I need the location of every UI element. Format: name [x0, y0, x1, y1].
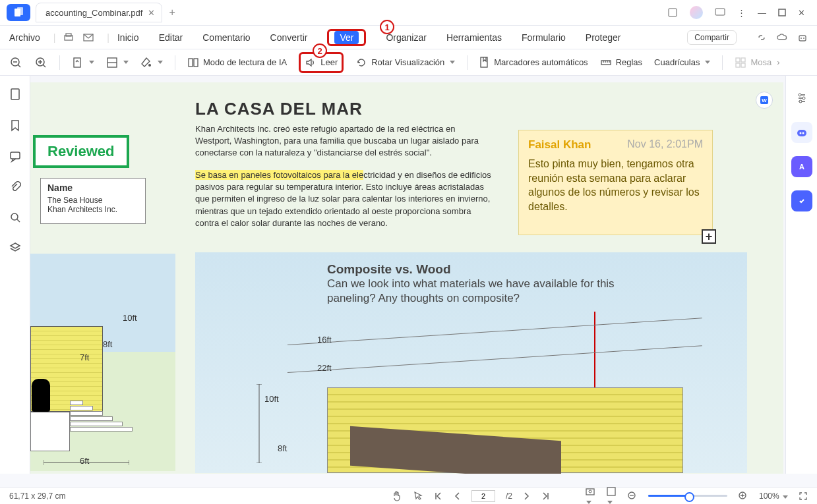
rulers-button[interactable]: Reglas: [600, 57, 642, 69]
svg-text:A: A: [799, 163, 804, 171]
svg-point-26: [11, 213, 18, 220]
task-icon[interactable]: [791, 190, 812, 211]
toolbar-overflow-icon[interactable]: ›: [777, 57, 779, 67]
zoom-level[interactable]: 100%: [759, 491, 788, 501]
user-avatar[interactable]: [690, 6, 703, 19]
word-export-badge[interactable]: W: [756, 92, 773, 109]
window-close[interactable]: ✕: [798, 8, 805, 18]
link-icon[interactable]: [756, 32, 767, 43]
read-aloud-button[interactable]: Leer: [305, 57, 338, 69]
background-button[interactable]: [140, 57, 163, 69]
menu-organizar[interactable]: Organizar: [386, 32, 426, 43]
menu-inicio[interactable]: Inicio: [117, 32, 139, 43]
svg-rect-17: [194, 59, 198, 67]
print-icon[interactable]: [63, 32, 74, 43]
new-tab-button[interactable]: +: [169, 7, 175, 18]
share-button[interactable]: Compartir: [687, 30, 737, 45]
svg-rect-20: [736, 58, 740, 62]
svg-rect-8: [799, 36, 806, 41]
callout-1: 1: [380, 20, 394, 34]
tab-title: accounting_Combinar.pdf: [45, 8, 142, 18]
prev-page-icon[interactable]: [453, 491, 461, 501]
sticky-note[interactable]: Faisal Khan Nov 16, 2:01PM Esto pinta mu…: [518, 130, 713, 235]
menu-herramientas[interactable]: Herramientas: [446, 32, 502, 43]
menu-comentario[interactable]: Comentario: [202, 32, 250, 43]
more-icon[interactable]: ⋮: [737, 8, 746, 18]
chat-icon[interactable]: [715, 7, 725, 18]
svg-rect-21: [741, 58, 745, 62]
next-page-icon[interactable]: [523, 491, 531, 501]
paragraph-2: Se basa en paneles fotovoltaicos para la…: [195, 169, 492, 229]
document-area[interactable]: ? ‹ › W Reviewed Name The Sea House Khan…: [30, 76, 785, 474]
page-view-button[interactable]: [106, 57, 129, 69]
dim-big-8ft: 8ft: [278, 443, 287, 453]
svg-point-30: [802, 97, 805, 99]
menu-ver[interactable]: Ver: [334, 31, 359, 44]
last-page-icon[interactable]: [541, 491, 551, 501]
svg-point-29: [799, 94, 801, 96]
app-logo: [7, 4, 30, 21]
auto-bookmarks-button[interactable]: Marcadores automáticos: [479, 57, 588, 69]
layers-icon[interactable]: [9, 242, 21, 254]
annotation-title: Composite vs. Wood: [327, 262, 637, 277]
svg-rect-1: [17, 7, 23, 15]
sticky-expand-icon[interactable]: +: [702, 229, 716, 244]
screenshot-icon[interactable]: [585, 486, 595, 505]
thumbnails-icon[interactable]: [9, 88, 21, 101]
project-name: The Sea House: [47, 196, 138, 205]
menu-proteger[interactable]: Proteger: [586, 32, 621, 43]
ai-assistant-icon[interactable]: [791, 122, 812, 143]
menu-formulario[interactable]: Formulario: [522, 32, 566, 43]
zoom-out-button[interactable]: [9, 56, 22, 69]
fullscreen-icon[interactable]: [799, 491, 808, 501]
sticky-timestamp: Nov 16, 2:01PM: [627, 138, 703, 150]
status-bar: 61,71 x 29,7 cm /2 100%: [0, 487, 817, 504]
svg-rect-22: [736, 63, 740, 67]
close-tab-icon[interactable]: ✕: [148, 8, 155, 18]
window-maximize[interactable]: [778, 9, 786, 16]
doc-title: LA CASA DEL MAR: [195, 99, 363, 119]
svg-rect-37: [586, 489, 594, 495]
fit-page-button[interactable]: [72, 57, 94, 69]
svg-point-33: [799, 132, 801, 134]
search-icon[interactable]: [9, 211, 21, 223]
translate-icon[interactable]: A: [791, 156, 812, 177]
menu-file[interactable]: Archivo: [9, 32, 40, 43]
menu-convertir[interactable]: Convertir: [270, 32, 308, 43]
mail-icon[interactable]: [83, 32, 94, 43]
cloud-icon[interactable]: [776, 32, 788, 43]
bookmark-icon[interactable]: [10, 119, 20, 132]
zoom-in-button[interactable]: [34, 56, 47, 69]
window-minimize[interactable]: —: [758, 8, 766, 18]
page-total: /2: [506, 491, 512, 501]
menu-editar[interactable]: Editar: [159, 32, 183, 43]
paragraph-1: Khan Architects Inc. creó este refugio a…: [195, 123, 492, 159]
zoom-out-status[interactable]: [627, 491, 638, 501]
name-infobox: Name The Sea House Khan Architects Inc.: [40, 178, 146, 224]
select-tool-icon[interactable]: [412, 491, 423, 501]
name-label: Name: [47, 182, 138, 193]
zoom-in-status[interactable]: [738, 491, 748, 501]
hand-tool-icon[interactable]: [391, 491, 402, 501]
svg-rect-25: [11, 152, 20, 159]
svg-rect-13: [74, 58, 80, 67]
first-page-icon[interactable]: [433, 491, 442, 501]
svg-point-9: [801, 38, 802, 39]
zoom-slider[interactable]: [648, 495, 727, 497]
svg-rect-6: [66, 34, 71, 36]
mosaic-button[interactable]: Mosa: [735, 57, 772, 69]
rotate-view-button[interactable]: Rotar Visualización: [355, 57, 455, 69]
document-tab[interactable]: accounting_Combinar.pdf ✕: [36, 3, 162, 22]
robot-icon[interactable]: [797, 32, 808, 43]
page-number-input[interactable]: [471, 490, 495, 502]
dim-22ft: 22ft: [317, 363, 332, 373]
comments-icon[interactable]: [9, 151, 21, 163]
fit-button[interactable]: [606, 486, 617, 505]
grids-button[interactable]: Cuadrículas: [654, 57, 710, 67]
dim-10ft: 10ft: [123, 313, 137, 323]
attachment-icon[interactable]: [9, 181, 21, 193]
ai-read-mode-button[interactable]: Modo de lectura de IA: [187, 57, 287, 69]
device-icon[interactable]: [667, 7, 678, 18]
menubar: Archivo | | Inicio Editar Comentario Con…: [0, 26, 817, 49]
properties-icon[interactable]: [791, 88, 812, 109]
